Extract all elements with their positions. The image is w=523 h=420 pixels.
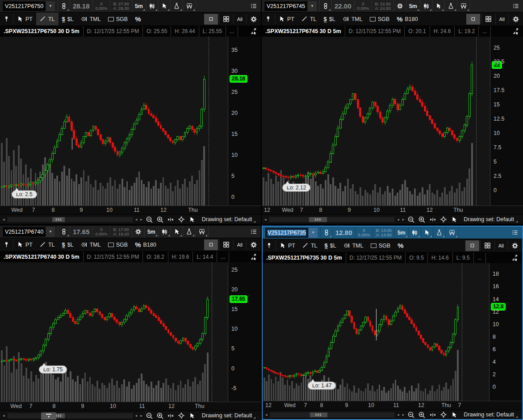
zoom-out-button[interactable] [145, 412, 154, 420]
pointer-mode-button[interactable] [449, 215, 459, 223]
studies-flask-button[interactable] [171, 0, 183, 12]
zoom-out-button[interactable] [406, 411, 416, 419]
pin-button[interactable] [262, 13, 275, 25]
dollar-level-button[interactable]: $ $L [320, 13, 339, 25]
chart-type-button[interactable] [146, 0, 159, 12]
sgb-button[interactable]: SGB [105, 238, 131, 251]
trendline-button[interactable]: TL [299, 239, 321, 252]
apply-all-button[interactable]: All [234, 238, 246, 251]
time-level-button[interactable]: TML [77, 238, 105, 251]
percent-tool-button[interactable]: % B180 [393, 13, 422, 25]
symbol-dropdown-button[interactable]: ▼ [46, 227, 55, 237]
drawing-settings-button[interactable] [509, 13, 523, 25]
symbol-input[interactable]: V251217P6735 [265, 228, 308, 238]
apply-all-button[interactable]: All [234, 13, 246, 25]
candlestick-plot[interactable]: Lo: 1.75 [0, 262, 228, 402]
pin-button[interactable] [263, 239, 276, 252]
timeframe-button[interactable]: 5m [395, 227, 409, 239]
percent-tool-button[interactable]: % [131, 13, 144, 25]
grid-layout-button[interactable] [219, 13, 233, 25]
pan-left-arrow[interactable]: ◂ [396, 217, 400, 222]
drawing-set-selector[interactable]: Drawing set: Default [202, 216, 256, 223]
scrollbar-track[interactable]: ▮▮▮ ▲ [269, 217, 395, 223]
pan-right-arrow[interactable]: ▸ [139, 413, 143, 418]
pan-left-arrow[interactable]: ◂ [134, 413, 138, 418]
scrollbar-track[interactable]: ▮▮▮ ▲ [270, 412, 395, 418]
percent-tool-button[interactable]: % [394, 239, 407, 252]
time-level-button[interactable]: TML [77, 13, 105, 25]
collapse-header-button[interactable] [246, 252, 261, 262]
zoom-in-button[interactable] [417, 411, 427, 419]
header-more[interactable]: ... [474, 252, 486, 263]
dollar-level-button[interactable]: $ $L [59, 238, 77, 251]
pan-right-arrow[interactable]: ▸ [402, 412, 406, 417]
crosshair-button[interactable] [177, 412, 186, 420]
sgb-button[interactable]: SGB [367, 239, 394, 252]
maximize-cell-button[interactable] [465, 240, 479, 251]
fit-width-button[interactable] [428, 411, 437, 419]
symbol-dropdown-button[interactable]: ▼ [308, 1, 317, 11]
collapse-header-button[interactable] [507, 252, 522, 263]
pointer-mode-button[interactable] [188, 412, 197, 420]
menu-list-button[interactable] [247, 226, 261, 238]
pan-right-arrow[interactable]: ▸ [402, 217, 406, 222]
grid-layout-button[interactable] [481, 13, 495, 25]
grid-layout-button[interactable] [219, 238, 233, 251]
header-more[interactable]: ... [217, 252, 229, 262]
link-button[interactable] [321, 227, 333, 239]
chart-type-button[interactable] [159, 226, 171, 238]
maximize-cell-button[interactable] [204, 239, 218, 250]
dollar-level-button[interactable]: $ $L [59, 13, 77, 25]
apply-all-button[interactable]: All [496, 13, 508, 25]
pattern-tool-button[interactable] [457, 0, 470, 12]
grid-layout-button[interactable] [481, 239, 494, 252]
link-button[interactable] [58, 0, 70, 12]
scroll-left-arrow[interactable]: ◂ [2, 217, 6, 222]
scroll-left-arrow[interactable]: ◂ [2, 413, 6, 418]
apply-all-button[interactable]: All [495, 239, 507, 252]
zoom-in-button[interactable] [155, 412, 165, 420]
crosshair-button[interactable] [177, 215, 186, 223]
symbol-dropdown-button[interactable]: ▼ [46, 1, 55, 11]
time-axis[interactable]: Wed789101112Thu [0, 402, 261, 411]
time-level-button[interactable]: TML [339, 13, 366, 25]
link-button[interactable] [320, 0, 332, 12]
symbol-input[interactable]: V251217P6740 [3, 227, 46, 237]
timeframe-button[interactable]: 5m [132, 0, 146, 12]
chart-settings-button[interactable] [394, 0, 406, 12]
studies-flask-button[interactable] [433, 227, 446, 239]
price-axis[interactable]: 22 2522.52017.51512.5107.552.50 [490, 37, 523, 206]
pin-button[interactable] [0, 13, 13, 25]
pointer-mode-button[interactable] [188, 215, 197, 223]
fit-width-button[interactable] [428, 215, 437, 223]
cursor-tool-button[interactable] [421, 227, 433, 239]
collapse-header-button[interactable] [246, 26, 261, 37]
collapse-handle[interactable]: ▲ [41, 412, 56, 420]
drawing-settings-button[interactable] [247, 238, 261, 251]
header-more[interactable]: ... [226, 26, 238, 37]
collapse-header-button[interactable] [508, 26, 523, 37]
fit-width-button[interactable] [166, 412, 176, 420]
link-button[interactable] [58, 226, 70, 238]
scrollbar-thumb[interactable]: ▮▮▮ [52, 217, 65, 222]
scrollbar-track[interactable]: ▮▮▮ ▲ [7, 217, 133, 223]
timeframe-button[interactable]: 5m [145, 226, 159, 238]
pointer-tool-button[interactable]: PT [276, 239, 299, 252]
pan-left-arrow[interactable]: ◂ [134, 217, 138, 222]
pattern-tool-button[interactable] [446, 227, 459, 239]
price-axis[interactable]: 12.8 181614121086420 [489, 263, 522, 401]
maximize-cell-button[interactable] [204, 14, 218, 25]
scrollbar-thumb[interactable]: ▮▮▮ [310, 412, 327, 417]
fit-width-button[interactable] [166, 215, 176, 223]
pointer-mode-button[interactable] [449, 411, 459, 419]
time-axis[interactable]: Wed789101112Thu [0, 206, 261, 214]
zoom-out-button[interactable] [406, 215, 416, 223]
chart-type-button[interactable] [409, 227, 421, 239]
chart-settings-button[interactable] [132, 226, 145, 238]
zoom-in-button[interactable] [155, 215, 165, 223]
symbol-dropdown-button[interactable]: ▼ [309, 228, 318, 238]
cursor-tool-button[interactable] [171, 226, 183, 238]
studies-flask-button[interactable] [183, 226, 196, 238]
cursor-tool-button[interactable] [433, 0, 445, 12]
pointer-tool-button[interactable]: PT [13, 13, 36, 25]
